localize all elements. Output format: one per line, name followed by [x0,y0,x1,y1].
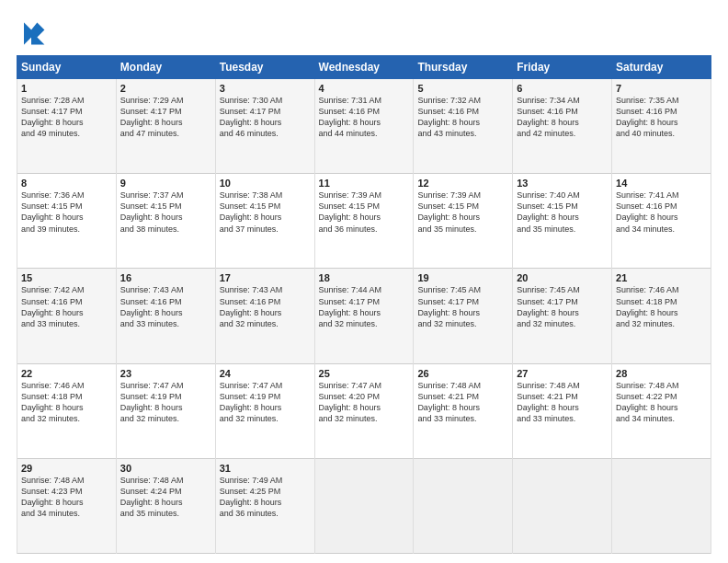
calendar-cell: 5Sunrise: 7:32 AMSunset: 4:16 PMDaylight… [414,79,513,174]
sunset-text: Sunset: 4:21 PM [417,391,508,402]
week-row-1: 1Sunrise: 7:28 AMSunset: 4:17 PMDaylight… [17,79,711,174]
daylight-line1: Daylight: 8 hours [417,402,508,413]
day-number: 16 [120,272,211,283]
calendar-cell: 23Sunrise: 7:47 AMSunset: 4:19 PMDayligh… [116,363,215,458]
calendar-cell: 14Sunrise: 7:41 AMSunset: 4:16 PMDayligh… [612,174,711,269]
sunset-text: Sunset: 4:16 PM [21,296,112,307]
sunset-text: Sunset: 4:16 PM [616,201,707,212]
daylight-line2: and 47 minutes. [120,128,211,139]
calendar-cell: 13Sunrise: 7:40 AMSunset: 4:15 PMDayligh… [513,174,612,269]
day-info: Sunrise: 7:48 AMSunset: 4:23 PMDaylight:… [21,475,112,520]
day-number: 20 [517,272,608,283]
week-row-3: 15Sunrise: 7:42 AMSunset: 4:16 PMDayligh… [17,269,711,363]
calendar-cell: 28Sunrise: 7:48 AMSunset: 4:22 PMDayligh… [612,363,711,458]
sunset-text: Sunset: 4:17 PM [319,296,410,307]
calendar-cell: 31Sunrise: 7:49 AMSunset: 4:25 PMDayligh… [215,458,314,553]
week-row-5: 29Sunrise: 7:48 AMSunset: 4:23 PMDayligh… [17,458,711,553]
sunrise-text: Sunrise: 7:48 AM [517,380,608,391]
daylight-line2: and 35 minutes. [120,508,211,519]
day-number: 5 [417,83,508,94]
daylight-line2: and 32 minutes. [417,318,508,329]
sunrise-text: Sunrise: 7:41 AM [616,190,707,201]
sunset-text: Sunset: 4:15 PM [517,201,608,212]
calendar-cell: 29Sunrise: 7:48 AMSunset: 4:23 PMDayligh… [17,458,117,553]
daylight-line1: Daylight: 8 hours [417,307,508,318]
sunset-text: Sunset: 4:23 PM [21,486,112,497]
day-number: 26 [417,368,508,379]
logo [17,17,50,46]
daylight-line2: and 36 minutes. [220,508,311,519]
sunrise-text: Sunrise: 7:39 AM [319,190,410,201]
daylight-line2: and 46 minutes. [220,128,311,139]
sunset-text: Sunset: 4:17 PM [220,106,311,117]
daylight-line1: Daylight: 8 hours [616,117,707,128]
calendar-cell: 22Sunrise: 7:46 AMSunset: 4:18 PMDayligh… [17,363,117,458]
sunset-text: Sunset: 4:16 PM [319,106,410,117]
calendar-cell: 1Sunrise: 7:28 AMSunset: 4:17 PMDaylight… [17,79,117,174]
daylight-line2: and 32 minutes. [319,318,410,329]
sunrise-text: Sunrise: 7:48 AM [616,380,707,391]
sunrise-text: Sunrise: 7:48 AM [21,475,112,486]
daylight-line2: and 42 minutes. [517,128,608,139]
sunrise-text: Sunrise: 7:43 AM [220,284,311,295]
daylight-line1: Daylight: 8 hours [120,212,211,223]
day-number: 21 [616,272,707,283]
sunrise-text: Sunrise: 7:34 AM [517,95,608,106]
calendar-cell [612,458,711,553]
daylight-line1: Daylight: 8 hours [120,117,211,128]
weekday-header-monday: Monday [116,56,215,79]
day-number: 6 [517,83,608,94]
calendar-cell: 17Sunrise: 7:43 AMSunset: 4:16 PMDayligh… [215,269,314,363]
daylight-line2: and 49 minutes. [21,128,112,139]
daylight-line2: and 32 minutes. [120,413,211,424]
day-number: 13 [517,178,608,189]
daylight-line1: Daylight: 8 hours [319,307,410,318]
daylight-line2: and 32 minutes. [220,413,311,424]
daylight-line1: Daylight: 8 hours [220,307,311,318]
daylight-line1: Daylight: 8 hours [417,212,508,223]
sunrise-text: Sunrise: 7:48 AM [417,380,508,391]
sunset-text: Sunset: 4:15 PM [319,201,410,212]
daylight-line2: and 34 minutes. [616,224,707,235]
daylight-line1: Daylight: 8 hours [616,402,707,413]
calendar-cell: 19Sunrise: 7:45 AMSunset: 4:17 PMDayligh… [414,269,513,363]
sunset-text: Sunset: 4:17 PM [120,106,211,117]
sunset-text: Sunset: 4:16 PM [120,296,211,307]
weekday-header-saturday: Saturday [612,56,711,79]
day-info: Sunrise: 7:28 AMSunset: 4:17 PMDaylight:… [21,95,112,140]
daylight-line2: and 32 minutes. [616,318,707,329]
day-info: Sunrise: 7:48 AMSunset: 4:22 PMDaylight:… [616,380,707,425]
day-number: 27 [517,368,608,379]
day-number: 29 [21,463,112,474]
day-info: Sunrise: 7:32 AMSunset: 4:16 PMDaylight:… [417,95,508,140]
sunset-text: Sunset: 4:15 PM [120,201,211,212]
day-number: 11 [319,178,410,189]
daylight-line1: Daylight: 8 hours [21,212,112,223]
daylight-line1: Daylight: 8 hours [21,497,112,508]
day-info: Sunrise: 7:39 AMSunset: 4:15 PMDaylight:… [417,190,508,235]
calendar-cell: 21Sunrise: 7:46 AMSunset: 4:18 PMDayligh… [612,269,711,363]
day-number: 10 [220,178,311,189]
sunrise-text: Sunrise: 7:47 AM [120,380,211,391]
sunrise-text: Sunrise: 7:37 AM [120,190,211,201]
sunrise-text: Sunrise: 7:44 AM [319,284,410,295]
day-number: 23 [120,368,211,379]
weekday-header-wednesday: Wednesday [314,56,414,79]
week-row-4: 22Sunrise: 7:46 AMSunset: 4:18 PMDayligh… [17,363,711,458]
sunrise-text: Sunrise: 7:45 AM [417,284,508,295]
calendar-cell: 18Sunrise: 7:44 AMSunset: 4:17 PMDayligh… [314,269,414,363]
sunset-text: Sunset: 4:16 PM [220,296,311,307]
calendar-cell: 8Sunrise: 7:36 AMSunset: 4:15 PMDaylight… [17,174,117,269]
day-number: 14 [616,178,707,189]
daylight-line2: and 35 minutes. [517,224,608,235]
sunset-text: Sunset: 4:16 PM [417,106,508,117]
daylight-line1: Daylight: 8 hours [21,307,112,318]
sunset-text: Sunset: 4:19 PM [120,391,211,402]
day-info: Sunrise: 7:48 AMSunset: 4:24 PMDaylight:… [120,475,211,520]
day-info: Sunrise: 7:34 AMSunset: 4:16 PMDaylight:… [517,95,608,140]
logo-icon [17,17,46,46]
day-info: Sunrise: 7:30 AMSunset: 4:17 PMDaylight:… [220,95,311,140]
sunrise-text: Sunrise: 7:46 AM [21,380,112,391]
daylight-line2: and 33 minutes. [517,413,608,424]
daylight-line1: Daylight: 8 hours [120,307,211,318]
